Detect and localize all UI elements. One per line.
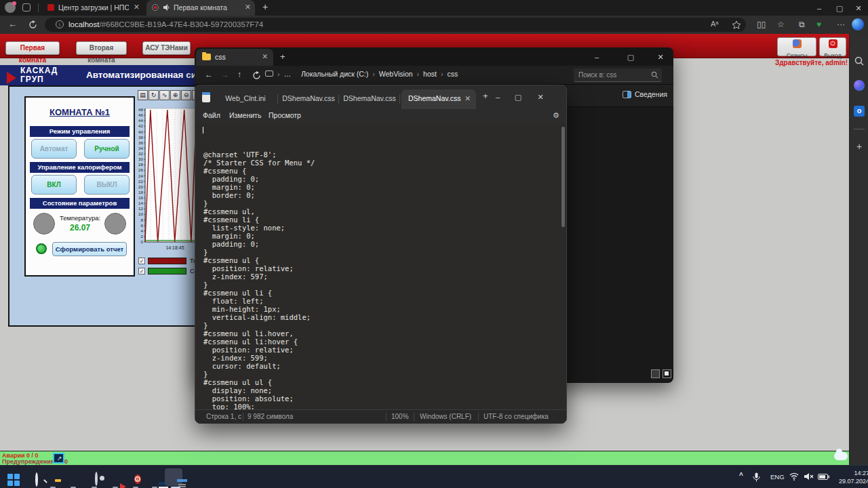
- legend-checkbox[interactable]: ✓: [138, 268, 145, 274]
- chart-toolbar-button[interactable]: ⊕: [170, 90, 180, 100]
- site-info-icon[interactable]: i: [56, 20, 64, 28]
- new-tab-button[interactable]: +: [262, 1, 268, 12]
- collections-icon[interactable]: ⧉: [799, 20, 805, 29]
- close-tab-icon[interactable]: ✕: [245, 3, 251, 12]
- favorite-star-icon[interactable]: [732, 21, 741, 29]
- manual-mode-button[interactable]: Ручной: [84, 139, 130, 159]
- wifi-icon[interactable]: [789, 472, 799, 481]
- minimize-button[interactable]: –: [488, 88, 508, 106]
- refresh-icon[interactable]: [28, 20, 37, 29]
- sidebar-search-icon[interactable]: [854, 56, 865, 66]
- taskbar-report-app-icon[interactable]: [146, 468, 163, 486]
- language-indicator[interactable]: ENG: [770, 473, 785, 481]
- explorer-new-tab-button[interactable]: +: [280, 52, 285, 62]
- audio-playing-icon[interactable]: [163, 4, 170, 12]
- browser-tab-room1[interactable]: Первая комната ✕: [146, 0, 255, 16]
- notepad-tab-active[interactable]: DShemaNav.css ✕: [401, 89, 476, 109]
- refresh-icon[interactable]: [252, 71, 261, 80]
- close-button[interactable]: ✕: [530, 88, 551, 106]
- close-tab-icon[interactable]: ✕: [465, 89, 471, 107]
- notepad-tab[interactable]: DShemaNav.css: [340, 89, 399, 109]
- back-icon[interactable]: ←: [205, 70, 213, 79]
- breadcrumb-item[interactable]: WebVision: [379, 70, 413, 78]
- list-view-icon[interactable]: [651, 369, 660, 378]
- encoding[interactable]: UTF-8 со специфика: [484, 413, 562, 420]
- maximize-button[interactable]: ▢: [620, 49, 641, 65]
- chart-toolbar-button[interactable]: ⊖: [181, 90, 191, 100]
- minimize-button[interactable]: –: [587, 49, 607, 65]
- sidebar-copilot-icon[interactable]: [854, 80, 865, 91]
- nav-asu-button[interactable]: АСУ ТЭНами: [142, 41, 191, 55]
- line-ending[interactable]: Windows (CRLF): [420, 413, 471, 420]
- taskbar-notepad-icon-active[interactable]: [165, 468, 182, 486]
- logout-button[interactable]: ⏻ Выход: [819, 37, 846, 56]
- settings-gear-icon[interactable]: ⚙: [553, 111, 559, 120]
- menu-edit[interactable]: Изменить: [229, 111, 261, 119]
- sidebar-outlook-icon[interactable]: o: [854, 106, 865, 117]
- tray-overflow-icon[interactable]: ^: [739, 472, 743, 479]
- back-icon[interactable]: ←: [8, 19, 17, 29]
- notepad-tab[interactable]: DShemaNav.css: [279, 89, 338, 109]
- breadcrumb-item[interactable]: host: [423, 70, 437, 78]
- taskbar-kaskad-app-icon[interactable]: [106, 468, 124, 486]
- volume-muted-icon[interactable]: [804, 472, 814, 481]
- heater-off-button[interactable]: ВЫКЛ: [84, 175, 130, 195]
- read-aloud-icon[interactable]: Aᵃ: [711, 20, 718, 28]
- taskbar-config-app-icon[interactable]: ⚙: [127, 468, 144, 486]
- sessions-button[interactable]: Сеансы: [777, 37, 816, 56]
- start-button[interactable]: [5, 468, 22, 486]
- heater-section-header: Управление калорифером: [30, 162, 130, 173]
- auto-mode-button[interactable]: Автомат: [31, 139, 77, 159]
- split-screen-icon[interactable]: ▯▯: [757, 20, 766, 29]
- this-pc-icon[interactable]: [265, 70, 273, 77]
- menu-file[interactable]: Файл: [203, 111, 220, 119]
- zoom-level[interactable]: 100%: [391, 413, 409, 420]
- more-menu-icon[interactable]: ···: [837, 20, 845, 29]
- close-tab-icon[interactable]: ✕: [262, 52, 268, 60]
- taskbar-obs-icon[interactable]: [85, 468, 103, 486]
- svg-text:30: 30: [138, 157, 143, 161]
- breadcrumb-item[interactable]: Локальный диск (C:): [301, 70, 368, 78]
- scrollbar-thumb[interactable]: [561, 127, 565, 227]
- browser-essentials-icon[interactable]: ♥: [816, 20, 821, 29]
- legend-checkbox[interactable]: ✓: [138, 258, 145, 264]
- notepad-tab[interactable]: Web_Clnt.ini: [214, 89, 277, 109]
- chart-toolbar-button[interactable]: ∿: [159, 90, 170, 100]
- taskbar-search-icon[interactable]: [25, 468, 43, 486]
- details-view-icon[interactable]: [663, 369, 671, 378]
- breadcrumb-item[interactable]: css: [447, 70, 458, 78]
- url-text[interactable]: localhost/#668CC9BE-B19A-47E4-B304-59720…: [68, 20, 263, 28]
- close-tab-icon[interactable]: ✕: [134, 3, 140, 12]
- maximize-button[interactable]: ▢: [508, 88, 528, 106]
- generate-report-button[interactable]: Сформировать отчет: [52, 242, 127, 256]
- details-pane-button[interactable]: Сведения: [623, 90, 667, 98]
- heater-on-button[interactable]: ВКЛ: [31, 175, 77, 195]
- nav-room1-button[interactable]: Первая комната: [5, 41, 60, 55]
- taskbar-explorer-icon[interactable]: [44, 468, 62, 486]
- breadcrumb-ellipsis[interactable]: …: [284, 70, 292, 78]
- expand-alarms-icon[interactable]: [53, 453, 64, 464]
- up-icon[interactable]: ↑: [237, 70, 241, 79]
- close-button[interactable]: ✕: [650, 49, 671, 65]
- copilot-icon[interactable]: [852, 18, 864, 30]
- explorer-tab-css[interactable]: css ✕: [196, 49, 273, 66]
- chart-toolbar-button[interactable]: ↻: [149, 90, 159, 100]
- taskbar-edge-icon[interactable]: [64, 468, 82, 486]
- maximize-button[interactable]: ▢: [830, 0, 849, 16]
- minimize-button[interactable]: –: [810, 0, 829, 16]
- favorites-icon[interactable]: ☆: [777, 20, 785, 29]
- profile-avatar[interactable]: [5, 2, 16, 13]
- close-button[interactable]: ✕: [849, 0, 868, 16]
- nav-room2-button[interactable]: Вторая комната: [76, 41, 127, 55]
- tab-search-icon[interactable]: [22, 3, 31, 12]
- chart-toolbar-button[interactable]: ▤: [138, 90, 148, 100]
- clock[interactable]: 14:27 29.07.2024: [827, 469, 868, 485]
- notepad-editor[interactable]: @charset 'UTF-8';/* Starter CSS for Menu…: [195, 123, 566, 409]
- browser-tab-download-center[interactable]: Центр загрузки | НПО «Каскад ✕: [42, 0, 144, 16]
- sidebar-add-icon[interactable]: +: [854, 141, 865, 152]
- forward-icon[interactable]: →: [221, 70, 229, 79]
- explorer-search-input[interactable]: Поиск в: css: [574, 68, 662, 82]
- microphone-icon[interactable]: [753, 472, 760, 482]
- divider: [38, 3, 39, 12]
- menu-view[interactable]: Просмотр: [269, 111, 301, 119]
